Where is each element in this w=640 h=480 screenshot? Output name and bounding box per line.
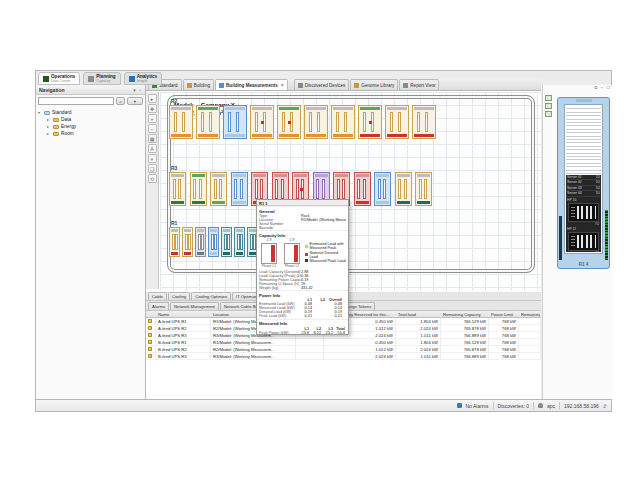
panel-window-icons[interactable]: ▾ ▫ [133, 87, 142, 93]
rack[interactable] [223, 105, 247, 139]
text-icon[interactable]: A [148, 144, 157, 153]
rack-elevation[interactable]: Server 011UServer 021UServer 031UServer … [557, 97, 610, 269]
chassis-label: HP 11 [566, 226, 601, 231]
rack[interactable] [304, 105, 328, 139]
rack[interactable] [374, 172, 391, 206]
blade-chassis[interactable] [568, 203, 599, 222]
column-header[interactable] [146, 311, 156, 317]
column-header[interactable]: Remaining Capacity [441, 311, 489, 317]
column-header[interactable]: Name [156, 311, 211, 317]
genome-icon-1[interactable] [545, 95, 552, 101]
search-input[interactable] [38, 97, 114, 105]
sync-arrows-icon[interactable]: ⇵ [603, 403, 607, 409]
rack[interactable] [169, 227, 180, 257]
select-icon[interactable]: ▸ [148, 94, 157, 103]
rack[interactable] [210, 172, 227, 206]
status-bar: No Alarms Discoveries: 0 apc 192.168.58.… [36, 399, 611, 411]
rack[interactable] [231, 172, 248, 206]
close-icon[interactable]: × [281, 82, 284, 88]
column-header[interactable]: Total load [396, 311, 441, 317]
table-cell: 766.129 kW [441, 339, 489, 345]
legend-entry: Nominal Derated Load [305, 251, 346, 259]
tree-item-room[interactable]: ▸Room [38, 130, 143, 137]
rack[interactable] [208, 227, 219, 257]
rack-status-strip [212, 201, 225, 204]
rack[interactable] [354, 172, 371, 206]
grid-icon[interactable]: ▦ [148, 134, 157, 143]
tree-expand-icon[interactable]: ▸ [47, 131, 51, 136]
perspective-tab-operations[interactable]: OperationsData Center [38, 72, 80, 85]
tab-cable[interactable]: Cable [148, 292, 167, 300]
tree-expand-icon[interactable]: ▸ [47, 117, 51, 122]
editor-tab-genome-library[interactable]: Genome Library [350, 79, 398, 90]
tree-expand-icon[interactable]: ▾ [38, 110, 42, 115]
table-cell: 1.012 kW [324, 346, 396, 352]
mini-table-cell: 0.21 [299, 314, 312, 318]
rack[interactable] [412, 105, 436, 139]
rack-status-strip [356, 201, 369, 204]
tab-network-management[interactable]: Network Management [170, 302, 219, 310]
rack-rail [322, 179, 325, 199]
editor-tab-discovered-devices[interactable]: Discovered Devices [294, 79, 350, 90]
right-pdu-bar [605, 210, 608, 260]
rack[interactable] [331, 105, 355, 139]
rack-rail [178, 179, 181, 199]
ups-icon [148, 340, 152, 344]
column-header[interactable]: Remaining Group [519, 311, 541, 317]
editor-tab-building[interactable]: Building [183, 79, 214, 90]
rack-header-strip [306, 107, 326, 110]
perspective-tab-planning[interactable]: PlanningCapacity [83, 72, 120, 85]
zoom-out-icon[interactable]: − [148, 124, 157, 133]
filter-icon[interactable]: ▾ [127, 97, 143, 105]
mini-table-row: Peak Load (kW)0.210.21 [257, 314, 348, 318]
rack[interactable] [196, 105, 220, 139]
panel-window-icons[interactable]: ⧉ − ▢ [594, 85, 611, 90]
rack[interactable] [221, 227, 232, 257]
layers-icon[interactable]: ❏ [148, 164, 157, 173]
tree-item-data[interactable]: ▸Data [38, 116, 143, 123]
rack-status-strip [252, 134, 272, 137]
search-icon[interactable]: ⌕ [116, 97, 125, 105]
table-row[interactable]: B-feed UPS R1R1/Model: (Working Measurem… [146, 339, 541, 346]
tree-item-energy[interactable]: ▸Energy [38, 123, 143, 130]
table-row[interactable]: B-feed UPS R3R3/Model: (Working Measurem… [146, 353, 541, 360]
rack[interactable] [169, 172, 186, 206]
rack[interactable] [234, 227, 245, 257]
column-header[interactable]: Power Limit [489, 311, 519, 317]
rack[interactable] [395, 172, 412, 206]
tree-expand-icon[interactable]: ▸ [47, 124, 51, 129]
ups-icon [148, 333, 152, 337]
tab-cooling-optimize[interactable]: Cooling Optimize [191, 292, 231, 300]
rack[interactable] [190, 172, 207, 206]
tree-item-standard[interactable]: ▾Standard [38, 109, 143, 116]
tab-alarms[interactable]: Alarms [148, 302, 169, 310]
refresh-icon[interactable]: ⟲ [148, 174, 157, 183]
row-icon-cell [146, 346, 156, 352]
zoom-in-icon[interactable]: + [148, 114, 157, 123]
rack-header-strip [315, 174, 328, 177]
folder-icon [53, 118, 59, 122]
table-cell: 768 kW [489, 332, 519, 338]
editor-tab-building-measurements[interactable]: Building Measurements× [215, 79, 288, 90]
rack[interactable] [358, 105, 382, 139]
table-cell: R3/Model: (Working Measurem... [211, 353, 296, 359]
genome-icon-2[interactable] [545, 103, 552, 109]
perspective-tab-analytics[interactable]: AnalyticsInsight [124, 72, 162, 85]
table-row[interactable]: B-feed UPS R2R2/Model: (Working Measurem… [146, 346, 541, 353]
rack[interactable] [415, 172, 432, 206]
blade-chassis[interactable] [568, 232, 599, 251]
pan-icon[interactable]: ✥ [148, 104, 157, 113]
rack-rail [282, 112, 285, 132]
rack[interactable] [385, 105, 409, 139]
gauge-bar-chart [284, 243, 300, 264]
genome-icon-3[interactable] [545, 111, 552, 117]
measure-icon[interactable]: ⌖ [148, 154, 157, 163]
rack[interactable] [195, 227, 206, 257]
floor-plan-canvas[interactable]: Model: , Company X4.9 kW, 60.40 m² R2R3R… [160, 92, 541, 291]
rack[interactable] [169, 105, 193, 139]
rack[interactable] [250, 105, 274, 139]
rack[interactable] [277, 105, 301, 139]
rack[interactable] [182, 227, 193, 257]
tab-cooling[interactable]: Cooling [168, 292, 190, 300]
editor-tab-report-view[interactable]: Report View [399, 79, 439, 90]
